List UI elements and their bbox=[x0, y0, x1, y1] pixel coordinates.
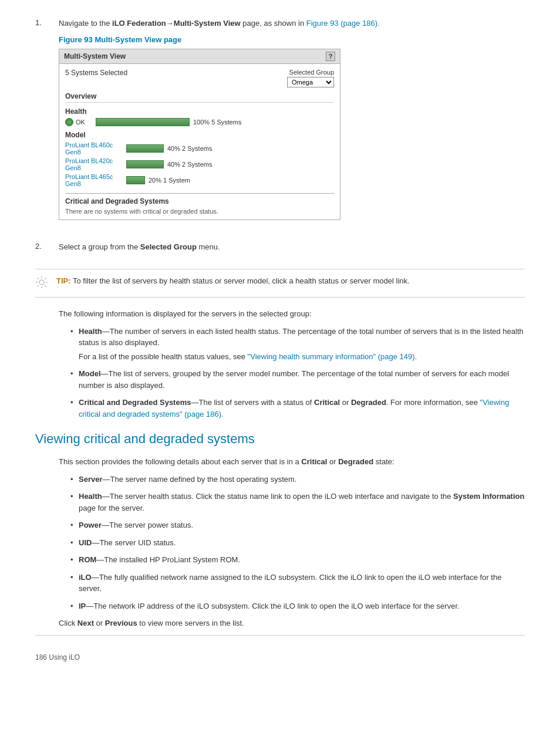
server-label: Server bbox=[79, 475, 102, 484]
msv-model-title: Model bbox=[65, 131, 334, 139]
tip-box: TIP: To filter the list of servers by he… bbox=[35, 269, 525, 298]
previous-bold: Previous bbox=[105, 619, 137, 627]
degraded-bold: Degraded bbox=[351, 398, 386, 407]
bullet-health: Health—The number of servers in each lis… bbox=[70, 326, 525, 363]
rom-label: ROM bbox=[79, 555, 96, 564]
msv-selected-group-label: Selected Group bbox=[287, 69, 334, 76]
critical-bold: Critical bbox=[314, 398, 340, 407]
section-bullet-uid: UID—The server UID status. bbox=[70, 537, 525, 549]
ilo-federation-bold: iLO Federation bbox=[112, 19, 166, 28]
bullet-model-label: Model bbox=[79, 369, 101, 378]
page-footer: 186 Using iLO bbox=[35, 653, 525, 661]
section-bullet-health: Health—The server health status. Click t… bbox=[70, 491, 525, 514]
model-bar-label-0: 40% 2 Systems bbox=[167, 145, 212, 152]
next-bold: Next bbox=[77, 619, 94, 627]
model-bar-1 bbox=[126, 160, 164, 168]
step-2: 2. Select a group from the Selected Grou… bbox=[35, 241, 525, 259]
msv-box: Multi-System View ? 5 Systems Selected S… bbox=[59, 49, 340, 220]
msv-systems-count: 5 Systems Selected bbox=[65, 69, 127, 77]
svg-line-9 bbox=[38, 285, 39, 286]
body-text-1: The following information is displayed f… bbox=[59, 308, 525, 320]
model-bar-2 bbox=[126, 176, 145, 184]
step-2-number: 2. bbox=[35, 241, 59, 259]
model-bar-0 bbox=[126, 144, 164, 153]
health-bar-label: 100% 5 Systems bbox=[193, 119, 242, 126]
model-row-1: ProLiant BL420c Gen8 40% 2 Systems bbox=[65, 157, 334, 171]
msv-title: Multi-System View bbox=[64, 52, 126, 60]
msv-selected-group: Selected Group Omega bbox=[287, 69, 334, 87]
msv-overview-title: Overview bbox=[65, 92, 334, 103]
footer-text: Click Next or Previous to view more serv… bbox=[59, 617, 525, 629]
msv-selected-group-select[interactable]: Omega bbox=[287, 77, 334, 87]
model-name-1[interactable]: ProLiant BL420c Gen8 bbox=[65, 157, 124, 171]
msv-health-title: Health bbox=[65, 107, 334, 116]
health-bar-container: 100% 5 Systems bbox=[96, 118, 242, 126]
svg-point-1 bbox=[39, 280, 44, 285]
model-bar-container-0: 40% 2 Systems bbox=[126, 144, 212, 153]
system-info-bold: System Information bbox=[453, 492, 524, 501]
health-ok-row: OK 100% 5 Systems bbox=[65, 118, 334, 126]
model-name-0[interactable]: ProLiant BL460c Gen8 bbox=[65, 141, 124, 156]
model-bar-container-1: 40% 2 Systems bbox=[126, 160, 212, 168]
main-bullet-list: Health—The number of servers in each lis… bbox=[70, 326, 525, 420]
msv-header-row: 5 Systems Selected Selected Group Omega bbox=[65, 69, 334, 87]
tip-content: TIP: To filter the list of servers by he… bbox=[56, 275, 525, 291]
power-label: Power bbox=[79, 521, 102, 529]
step-2-content: Select a group from the Selected Group m… bbox=[59, 241, 525, 259]
step-1-content: Navigate to the iLO Federation→Multi-Sys… bbox=[59, 18, 525, 231]
msv-body: 5 Systems Selected Selected Group Omega … bbox=[59, 64, 340, 220]
model-bar-container-2: 20% 1 System bbox=[126, 176, 190, 184]
bullet-health-label: Health bbox=[79, 327, 102, 336]
section-intro-bold2: Degraded bbox=[338, 457, 373, 466]
ip-label: IP bbox=[79, 602, 86, 610]
bullet-critical-label: Critical and Degraded Systems bbox=[79, 398, 191, 407]
ilo-label: iLO bbox=[79, 573, 92, 582]
tip-label: TIP: bbox=[56, 276, 71, 285]
figure-link[interactable]: Figure 93 (page 186). bbox=[306, 19, 380, 28]
model-bar-label-2: 20% 1 System bbox=[149, 177, 190, 184]
svg-point-0 bbox=[68, 120, 72, 124]
bullet-model: Model—The list of servers, grouped by th… bbox=[70, 368, 525, 391]
msv-critical-title: Critical and Degraded Systems bbox=[65, 197, 334, 205]
model-row-2: ProLiant BL465c Gen8 20% 1 System bbox=[65, 173, 334, 187]
step-2-text: Select a group from the Selected Group m… bbox=[59, 241, 525, 253]
multi-system-view-bold: Multi-System View bbox=[174, 19, 241, 28]
model-row-0: ProLiant BL460c Gen8 40% 2 Systems bbox=[65, 141, 334, 156]
health-ok-text: OK bbox=[76, 119, 92, 126]
section-bullet-ip: IP—The network IP address of the iLO sub… bbox=[70, 600, 525, 612]
section-intro-bold1: Critical bbox=[301, 457, 327, 466]
health-bar bbox=[96, 118, 190, 126]
step-1-number: 1. bbox=[35, 18, 59, 231]
section-indent-block: This section provides the following deta… bbox=[59, 456, 525, 629]
section-bullet-power: Power—The server power status. bbox=[70, 519, 525, 531]
tip-icon bbox=[35, 275, 56, 291]
step-2-bold: Selected Group bbox=[140, 242, 197, 251]
uid-label: UID bbox=[79, 538, 92, 547]
section-bullet-ilo: iLO—The fully qualified network name ass… bbox=[70, 572, 525, 595]
page-divider bbox=[35, 635, 525, 636]
figure-title: Figure 93 Multi-System View page bbox=[59, 35, 525, 44]
model-bar-label-1: 40% 2 Systems bbox=[167, 161, 212, 168]
model-name-2[interactable]: ProLiant BL465c Gen8 bbox=[65, 173, 124, 187]
section-bullet-rom: ROM—The installed HP ProLiant System ROM… bbox=[70, 554, 525, 566]
step-1: 1. Navigate to the iLO Federation→Multi-… bbox=[35, 18, 525, 231]
msv-titlebar: Multi-System View ? bbox=[59, 49, 340, 64]
msv-critical-section: Critical and Degraded Systems There are … bbox=[65, 193, 334, 215]
bullet-health-sub: For a list of the possible health status… bbox=[79, 351, 525, 363]
health-summary-link[interactable]: "Viewing health summary information" (pa… bbox=[248, 352, 417, 361]
svg-line-6 bbox=[38, 278, 39, 279]
svg-line-8 bbox=[45, 278, 46, 279]
msv-help-icon[interactable]: ? bbox=[326, 52, 335, 61]
tip-body: To filter the list of servers by health … bbox=[73, 276, 410, 285]
indent-block: The following information is displayed f… bbox=[59, 308, 525, 420]
section-intro: This section provides the following deta… bbox=[59, 456, 525, 468]
health-ok-icon bbox=[65, 118, 73, 126]
svg-line-7 bbox=[45, 285, 46, 286]
health-label: Health bbox=[79, 492, 102, 501]
msv-critical-empty: There are no systems with critical or de… bbox=[65, 208, 334, 215]
bullet-critical: Critical and Degraded Systems—The list o… bbox=[70, 397, 525, 420]
section-heading: Viewing critical and degraded systems bbox=[35, 431, 525, 449]
step-1-text: Navigate to the iLO Federation→Multi-Sys… bbox=[59, 18, 525, 29]
section-bullet-list: Server—The server name defined by the ho… bbox=[70, 474, 525, 612]
section-bullet-server: Server—The server name defined by the ho… bbox=[70, 474, 525, 485]
